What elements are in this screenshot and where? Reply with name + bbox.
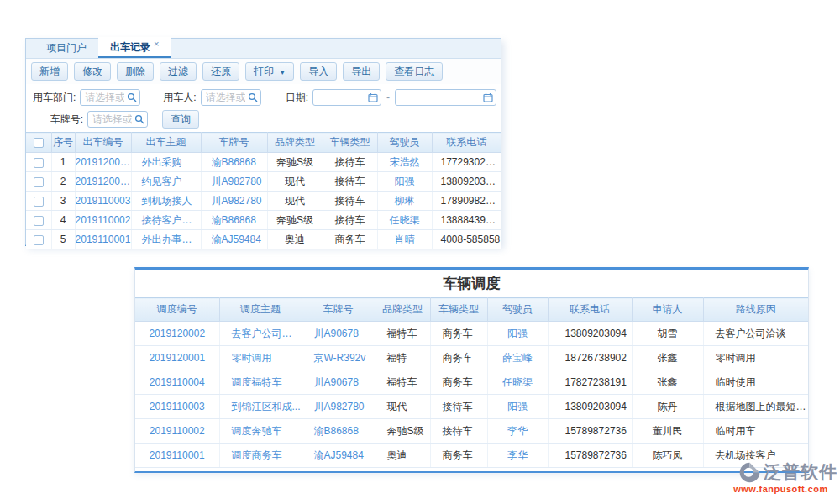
table-cell: 接待车 — [323, 211, 377, 230]
cell-link[interactable]: 2019110004 — [135, 370, 219, 395]
column-header: 联系电话 — [548, 298, 632, 322]
calendar-icon[interactable] — [483, 92, 493, 102]
department-label: 用车部门: — [33, 91, 76, 105]
close-icon[interactable]: × — [154, 39, 159, 49]
table-cell: 奥迪 — [375, 444, 430, 468]
print-button[interactable]: 打印 ▼ — [245, 62, 294, 81]
cell-link[interactable]: 2019110002 — [75, 211, 131, 230]
table-cell: 现代 — [375, 395, 430, 419]
cell-link[interactable]: 2019110001 — [135, 444, 219, 468]
cell-link[interactable]: 川A982780 — [201, 192, 267, 211]
cell-link[interactable]: 川A982780 — [302, 395, 375, 419]
search-button[interactable]: 查询 — [162, 110, 199, 129]
checkbox-cell — [26, 211, 51, 230]
cell-link[interactable]: 肖晴 — [377, 230, 432, 249]
cell-link[interactable]: 调度商务车 — [219, 444, 302, 468]
table-cell: 奔驰S级 — [267, 153, 323, 172]
edit-button[interactable]: 修改 — [74, 62, 111, 81]
cell-link[interactable]: 李华 — [487, 444, 548, 468]
cell-link[interactable]: 调度奔驰车 — [219, 419, 302, 444]
filter-button[interactable]: 过滤 — [160, 62, 197, 81]
table-cell: 去客户公司洽谈 — [703, 322, 808, 346]
brand-url[interactable]: www.fanpusoft.com — [724, 484, 837, 494]
cell-link[interactable]: 阳强 — [377, 172, 432, 192]
table-cell: 接待车 — [430, 419, 487, 444]
tab-project-portal[interactable]: 项目门户 — [34, 38, 98, 58]
table-cell: 17890982678 — [432, 192, 501, 211]
calendar-icon[interactable] — [368, 92, 378, 102]
table-cell: 13809203094 — [548, 322, 632, 346]
cell-link[interactable]: 到锦江区和成... — [219, 395, 302, 419]
table-cell: 临时用车 — [703, 419, 808, 444]
cell-link[interactable]: 去客户公司洽谈 — [219, 322, 302, 346]
row-checkbox[interactable] — [34, 177, 44, 187]
cell-link[interactable]: 川A90678 — [302, 370, 375, 395]
cell-link[interactable]: 渝B86868 — [201, 153, 267, 172]
cell-link[interactable]: 接待客户用车 — [131, 211, 201, 230]
search-icon[interactable] — [127, 92, 137, 102]
cell-link[interactable]: 阳强 — [487, 322, 548, 346]
cell-link[interactable]: 京W-R392v — [302, 346, 375, 370]
cell-link[interactable]: 渝AJ59484 — [201, 230, 267, 249]
cell-link[interactable]: 外出采购 — [131, 153, 201, 172]
delete-button[interactable]: 删除 — [117, 62, 154, 81]
table-cell: 13809203094 — [548, 395, 632, 419]
table-cell: 13809203094 — [432, 172, 501, 192]
column-header: 品牌类型 — [375, 298, 430, 322]
row-checkbox[interactable] — [34, 158, 44, 168]
plate-label: 车牌号: — [33, 113, 83, 127]
brand-name: 泛普软件 — [764, 460, 837, 484]
cell-link[interactable]: 2019120001 — [75, 172, 131, 192]
cell-link[interactable]: 约见客户 — [131, 172, 201, 192]
column-header: 车辆类型 — [430, 298, 487, 322]
cell-link[interactable]: 2019120002 — [75, 153, 131, 172]
table-cell: 福特车 — [375, 322, 430, 346]
cell-link[interactable]: 2019110002 — [135, 419, 219, 444]
import-button[interactable]: 导入 — [300, 62, 337, 81]
table-row: 2019120001零时调用京W-R392v福特商务车薛宝峰1872673890… — [135, 346, 808, 370]
cell-link[interactable]: 2019110003 — [135, 395, 219, 419]
select-all-checkbox[interactable] — [34, 138, 44, 148]
cell-link[interactable]: 李华 — [487, 419, 548, 444]
cell-link[interactable]: 任晓渠 — [377, 211, 432, 230]
cell-link[interactable]: 2019120002 — [135, 322, 219, 346]
row-checkbox[interactable] — [34, 235, 44, 245]
cell-link[interactable]: 2019110001 — [75, 230, 131, 249]
cell-link[interactable]: 零时调用 — [219, 346, 302, 370]
restore-button[interactable]: 还原 — [202, 62, 239, 81]
cell-link[interactable]: 宋浩然 — [377, 153, 432, 172]
cell-link[interactable]: 外出办事用车 — [131, 230, 201, 249]
table-cell: 商务车 — [430, 322, 487, 346]
search-icon[interactable] — [134, 114, 144, 124]
column-header: 序号 — [51, 133, 75, 153]
cell-link[interactable]: 川A982780 — [201, 172, 267, 192]
cell-link[interactable]: 到机场接人 — [131, 192, 201, 211]
cell-link[interactable]: 2019120001 — [135, 346, 219, 370]
table-cell: 临时使用 — [703, 370, 808, 395]
cell-link[interactable]: 川A90678 — [302, 322, 375, 346]
new-button[interactable]: 新增 — [31, 62, 68, 81]
column-header: 车辆类型 — [323, 133, 377, 153]
tab-trip-record[interactable]: 出车记录× — [98, 37, 171, 58]
table-cell: 接待车 — [323, 153, 377, 172]
search-icon[interactable] — [248, 92, 258, 102]
table-cell: 福特车 — [375, 370, 430, 395]
cell-link[interactable]: 渝B86868 — [302, 419, 375, 444]
cell-link[interactable]: 任晓渠 — [487, 370, 548, 395]
export-button[interactable]: 导出 — [343, 62, 380, 81]
table-cell: 4008-585858 — [432, 230, 501, 249]
cell-link[interactable]: 调度福特车 — [219, 370, 302, 395]
date-end-input[interactable] — [395, 89, 496, 106]
cell-link[interactable]: 渝B86868 — [201, 211, 267, 230]
cell-link[interactable]: 渝AJ59484 — [302, 444, 375, 468]
cell-link[interactable]: 2019110003 — [75, 192, 131, 211]
cell-link[interactable]: 薛宝峰 — [487, 346, 548, 370]
cell-link[interactable]: 阳强 — [487, 395, 548, 419]
filter-area: 用车部门: 用车人: 日期: — [26, 84, 501, 132]
view-log-button[interactable]: 查看日志 — [386, 62, 443, 81]
row-checkbox[interactable] — [34, 197, 44, 207]
table-cell: 18726738902 — [548, 346, 632, 370]
row-checkbox[interactable] — [34, 216, 44, 226]
header-row: 调度编号调度主题车牌号品牌类型车辆类型驾驶员联系电话申请人路线原因 — [135, 298, 808, 322]
cell-link[interactable]: 柳琳 — [377, 192, 432, 211]
